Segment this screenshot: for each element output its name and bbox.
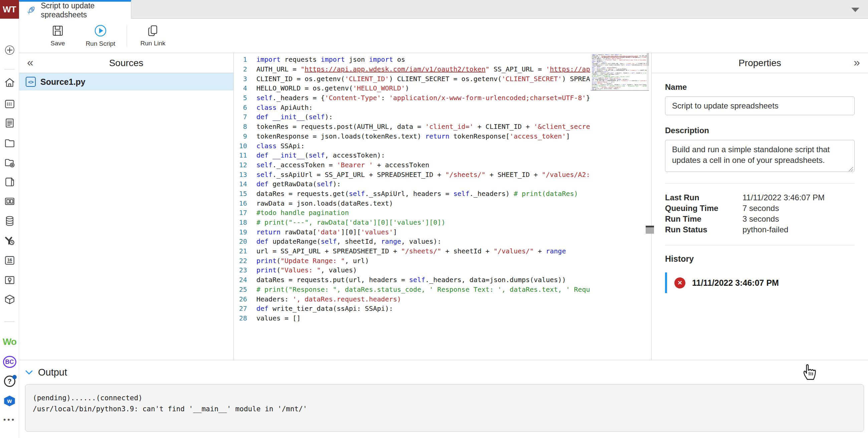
code-line[interactable]: 28values = [] [234,313,590,323]
minimap-scroll-thumb[interactable] [647,53,649,66]
wo-logo[interactable]: Wo [0,337,19,347]
code-text: def getRawData(self): [256,180,590,188]
minimap-scrollbar[interactable] [647,53,649,91]
code-line[interactable]: 24dataRes = requests.put(url, headers = … [234,275,590,285]
sidebar-item-dashboards[interactable] [0,196,19,207]
code-text: tokenResponse = json.loads(tokenRes.text… [256,132,590,140]
source-item-source1[interactable]: <> Source1.py [19,73,234,91]
save-icon [52,24,64,37]
stat-row: Queuing Time7 seconds [665,203,855,214]
sidebar-item-tasks[interactable] [0,235,19,246]
stat-row: Run Statuspython-failed [665,224,855,235]
code-line[interactable]: 6class ApiAuth: [234,102,590,112]
code-text: # print("Response: ", dataRes.status_cod… [256,285,590,293]
code-lines[interactable]: 1import requests import json import os2A… [234,55,590,323]
code-line[interactable]: 20def updateRange(self, sheetId, range, … [234,237,590,246]
save-button[interactable]: Save [36,22,79,50]
help-button[interactable]: ? [0,376,19,387]
create-new-button[interactable] [0,44,19,56]
collapse-sources-button[interactable]: « [27,56,33,69]
stat-value: 7 seconds [742,204,779,213]
collapse-properties-button[interactable]: » [854,56,860,69]
sources-header: « Sources [19,53,234,73]
code-line[interactable]: 27def write_tier_data(ssApi: SSApi): [234,304,590,313]
code-line[interactable]: 11def __init__(self, accessToken): [234,151,590,160]
tab-overflow-caret[interactable] [851,8,859,12]
code-line[interactable]: 17#todo handle pagination [234,208,590,218]
run-link-icon [147,24,159,37]
history-timestamp: 11/11/2022 3:46:07 PM [692,278,779,288]
database-icon [4,215,15,227]
line-number: 28 [234,314,256,322]
sidebar-item-home[interactable] [0,77,19,88]
panel-resize-handle[interactable] [646,226,654,234]
output-console[interactable]: (pending)......(connected)/usr/local/bin… [25,384,864,432]
description-label: Description [665,126,855,135]
workiva-badge[interactable]: w [0,396,19,406]
inbox-bulb-icon [4,274,16,286]
history-item[interactable]: ✕ 11/11/2022 3:46:07 PM [665,273,855,293]
sidebar-item-files[interactable] [0,137,19,149]
sidebar-item-notes[interactable] [0,117,19,128]
code-line[interactable]: 4HELLO_WORLD = os.getenv('HELLO_WORLD') [234,84,590,93]
code-text: #todo handle pagination [256,209,590,217]
code-line[interactable]: 1import requests import json import os [234,55,590,64]
chevron-down-icon [25,370,33,375]
code-line[interactable]: 15dataRes = requests.get(self._ssApiUrl,… [234,189,590,199]
user-avatar[interactable]: BC [0,356,19,368]
code-line[interactable]: 3CLIENT_ID = os.getenv('CLIENT_ID') CLIE… [234,74,590,84]
run-script-icon [94,24,107,37]
code-line[interactable]: 21url = SS_API_URL + SPREADSHEET_ID + "/… [234,246,590,256]
code-editor[interactable]: 1import requests import json import os2A… [234,53,651,360]
sidebar-item-linked-files[interactable] [0,157,19,168]
line-number: 3 [234,75,256,83]
code-text: print("Update Range: ", url) [256,257,590,265]
code-text: # print("---", rawData['data'][0]['value… [256,218,590,226]
app-window: 16 Wo BC ? w ••• WT Script to update spr… [0,0,868,438]
code-minimap[interactable]: import requests import json import osAUT… [591,53,649,91]
sidebar-item-calendar[interactable] [0,98,19,110]
properties-title: Properties [739,58,781,68]
sidebar-item-journal[interactable] [0,176,19,188]
run-script-button[interactable]: Run Script [79,22,122,50]
line-number: 11 [234,151,256,159]
name-input[interactable] [665,96,855,115]
description-input[interactable]: Build and run a simple standalone script… [665,140,855,172]
line-number: 17 [234,209,256,217]
more-options-button[interactable]: ••• [0,416,19,424]
sidebar-item-requests[interactable] [0,274,19,286]
code-line[interactable]: 2AUTH_URL = "https://api.app.wdesk.com/i… [234,64,590,74]
code-line[interactable]: 23print("Values: ", values) [234,265,590,275]
code-line[interactable]: 22print("Update Range: ", url) [234,256,590,265]
properties-panel: Properties » Name Description Build and … [651,53,868,360]
code-text: self._ssApiUrl = SS_API_URL + SPREADSHEE… [256,170,590,179]
code-line[interactable]: 12self._accessToken = 'Bearer ' + access… [234,160,590,170]
app-logo[interactable]: WT [0,0,19,19]
sidebar-divider [4,69,15,69]
code-text: AUTH_URL = "https://api.app.wdesk.com/ia… [256,65,590,73]
code-line[interactable]: 19return rawData['data'][0]['values'] [234,227,590,237]
code-line[interactable]: 18# print("---", rawData['data'][0]['val… [234,218,590,227]
code-line[interactable]: 9tokenResponse = json.loads(tokenRes.tex… [234,131,590,141]
sidebar-item-packages[interactable] [0,294,19,305]
history-label: History [665,254,855,264]
run-link-button[interactable]: Run Link [131,22,174,50]
code-line[interactable]: 16rawData = json.loads(dataRes.text) [234,198,590,208]
code-line[interactable]: 7def __init__(self): [234,112,590,122]
code-line[interactable]: 10class SSApi: [234,141,590,151]
stat-row: Run Time3 seconds [665,214,855,224]
tab-script[interactable]: Script to update spreadsheets [19,0,131,19]
code-line[interactable]: 26Headers: ', dataRes.request.headers) [234,294,590,304]
code-line[interactable]: 5self._headers = {'Content-Type': 'appli… [234,93,590,103]
sidebar-item-dates[interactable]: 16 [0,255,19,266]
stat-value: 11/11/2022 3:46:07 PM [742,193,825,202]
stat-label: Last Run [665,193,742,202]
line-number: 6 [234,103,256,112]
code-line[interactable]: 25# print("Response: ", dataRes.status_c… [234,285,590,294]
output-header[interactable]: Output [19,360,868,378]
line-number: 4 [234,84,256,92]
code-line[interactable]: 8tokenRes = requests.post(AUTH_URL, data… [234,122,590,131]
sidebar-item-data[interactable] [0,215,19,227]
code-line[interactable]: 13self._ssApiUrl = SS_API_URL + SPREADSH… [234,169,590,179]
code-line[interactable]: 14def getRawData(self): [234,179,590,189]
